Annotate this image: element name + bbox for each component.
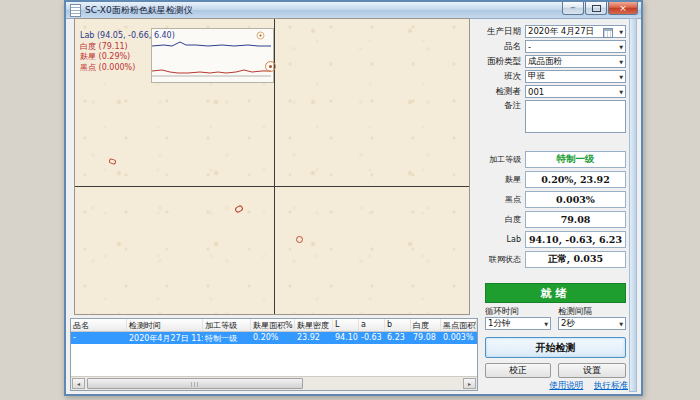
results-panel: 加工等级 特制一级 麸星 0.20%, 23.92 黑点 0.003% 白度 7… — [485, 151, 626, 271]
history-table: 品名 检测时间 加工等级 麸星面积% 麸星密度 L a b 白度 黑点面积% -… — [70, 318, 478, 391]
production-date-label: 生产日期 — [485, 26, 521, 38]
cell-test-time: 2020年4月27日 11:10 — [127, 332, 203, 344]
column-header-L[interactable]: L — [333, 319, 359, 331]
settings-button[interactable]: 设置 — [558, 363, 626, 378]
inspector-select[interactable]: 001 ▼ — [525, 85, 626, 98]
horizontal-scrollbar[interactable]: ◂ ▸ — [71, 376, 477, 390]
shift-label: 班次 — [485, 71, 521, 83]
grade-value: 特制一级 — [525, 151, 626, 168]
window-title: SC-X0面粉粉色麸星检测仪 — [85, 4, 193, 17]
cell-bran-area: 0.20% — [251, 332, 295, 344]
column-header-whiteness[interactable]: 白度 — [411, 319, 441, 331]
column-header-black-area[interactable]: 黑点面积% — [441, 319, 477, 331]
form-row-shift: 班次 甲班 ▼ — [485, 70, 626, 83]
chevron-down-icon: ▼ — [619, 89, 623, 95]
right-panel-scrollbar[interactable] — [629, 18, 637, 392]
flour-type-label: 面粉类型 — [485, 56, 521, 68]
overlay-blackspot-reading: 黑点 (0.000%) — [80, 63, 175, 74]
result-row-network-status: 联网状态 正常, 0.035 — [485, 251, 626, 268]
column-header-product-name[interactable]: 品名 — [71, 319, 127, 331]
cell-black-area: 0.003% — [441, 332, 477, 344]
live-readings-overlay: Lab (94.05, -0.66, 6.40) 白度 (79.11) 麸星 (… — [80, 31, 175, 73]
minimize-button[interactable]: − — [562, 2, 584, 15]
column-header-bran-area[interactable]: 麸星面积% — [251, 319, 295, 331]
chevron-down-icon: ▼ — [619, 74, 623, 80]
shift-value: 甲班 — [528, 71, 545, 83]
close-icon: × — [619, 4, 627, 13]
table-header-row: 品名 检测时间 加工等级 麸星面积% 麸星密度 L a b 白度 黑点面积% — [71, 319, 477, 332]
remarks-textarea[interactable] — [525, 100, 626, 133]
whiteness-value: 79.08 — [525, 211, 626, 228]
column-header-grade[interactable]: 加工等级 — [203, 319, 251, 331]
network-status-label: 联网状态 — [485, 254, 521, 265]
status-ready-banner: 就绪 — [485, 283, 626, 303]
whiteness-label: 白度 — [485, 214, 521, 225]
bran-speck-marker — [296, 236, 303, 243]
flour-type-select[interactable]: 成品面粉 ▼ — [525, 55, 626, 68]
cell-bran-density: 23.92 — [295, 332, 333, 344]
result-row-bran: 麸星 0.20%, 23.92 — [485, 171, 626, 188]
cell-whiteness: 79.08 — [411, 332, 441, 344]
table-empty-area — [71, 344, 477, 376]
cell-L: 94.10 — [333, 332, 359, 344]
chevron-down-icon: ▼ — [619, 29, 623, 35]
column-header-bran-density[interactable]: 麸星密度 — [295, 319, 333, 331]
form-row-production-date: 生产日期 2020年 4月27日 ▼ — [485, 25, 626, 38]
form-row-remarks: 备注 — [485, 100, 626, 133]
window-controls: − × — [562, 2, 638, 15]
close-button[interactable]: × — [608, 2, 638, 15]
product-name-select[interactable]: - ▼ — [525, 40, 626, 53]
bran-speck-marker — [108, 158, 116, 165]
title-bar[interactable]: SC-X0面粉粉色麸星检测仪 − × — [66, 2, 641, 19]
form-row-product-name: 品名 - ▼ — [485, 40, 626, 53]
maximize-button[interactable] — [585, 2, 607, 15]
lab-label: Lab — [485, 235, 521, 244]
scroll-right-arrow[interactable]: ▸ — [463, 378, 476, 389]
footer-links: 使用说明 执行标准 — [485, 380, 628, 392]
sample-image-view: Lab (94.05, -0.66, 6.40) 白度 (79.11) 麸星 (… — [74, 18, 470, 315]
minimize-icon: − — [570, 5, 576, 12]
overlay-lab-reading: Lab (94.05, -0.66, 6.40) — [80, 31, 175, 42]
chevron-down-icon: ▼ — [619, 44, 623, 50]
production-date-value: 2020年 4月27日 — [528, 26, 594, 38]
inspector-value: 001 — [528, 87, 544, 97]
remarks-label: 备注 — [485, 100, 521, 112]
overlay-whiteness-reading: 白度 (79.11) — [80, 42, 175, 53]
bran-value: 0.20%, 23.92 — [525, 171, 626, 188]
column-header-test-time[interactable]: 检测时间 — [127, 319, 203, 331]
form-row-inspector: 检测者 001 ▼ — [485, 85, 626, 98]
chevron-down-icon: ▼ — [544, 321, 548, 327]
maximize-icon — [592, 5, 601, 12]
bran-speck-marker — [265, 61, 276, 72]
production-date-picker[interactable]: 2020年 4月27日 ▼ — [525, 25, 626, 38]
scroll-left-arrow[interactable]: ◂ — [72, 378, 85, 389]
interval-value: 2秒 — [561, 318, 575, 330]
product-name-label: 品名 — [485, 41, 521, 53]
scrollbar-track[interactable] — [86, 378, 462, 389]
cell-b: 6.23 — [385, 332, 411, 344]
bran-label: 麸星 — [485, 174, 521, 185]
inspector-label: 检测者 — [485, 86, 521, 98]
desktop-background: SC-X0面粉粉色麸星检测仪 − × — [0, 0, 700, 400]
sample-info-form: 生产日期 2020年 4月27日 ▼ 品名 - ▼ 面粉类型 成品面粉 ▼ — [485, 25, 626, 133]
column-header-a[interactable]: a — [359, 319, 385, 331]
start-detection-button[interactable]: 开始检测 — [485, 337, 626, 358]
table-row-selected[interactable]: - 2020年4月27日 11:10 特制一级 0.20% 23.92 94.1… — [71, 332, 477, 344]
calibrate-button[interactable]: 校正 — [485, 363, 551, 378]
app-icon — [70, 4, 81, 17]
column-header-b[interactable]: b — [385, 319, 411, 331]
network-status-value: 正常, 0.035 — [525, 251, 626, 268]
result-row-lab: Lab 94.10, -0.63, 6.23 — [485, 231, 626, 248]
manual-link[interactable]: 使用说明 — [549, 380, 583, 390]
shift-select[interactable]: 甲班 ▼ — [525, 70, 626, 83]
cycle-time-select[interactable]: 1分钟 ▼ — [485, 317, 551, 330]
chevron-down-icon: ▼ — [619, 321, 623, 327]
cell-a: -0.63 — [359, 332, 385, 344]
result-row-whiteness: 白度 79.08 — [485, 211, 626, 228]
scrollbar-thumb[interactable] — [87, 378, 303, 389]
crosshair-horizontal-line — [75, 186, 469, 187]
calendar-icon — [603, 28, 613, 38]
standard-link[interactable]: 执行标准 — [594, 380, 628, 390]
interval-select[interactable]: 2秒 ▼ — [558, 317, 626, 330]
bran-speck-marker — [257, 32, 265, 40]
